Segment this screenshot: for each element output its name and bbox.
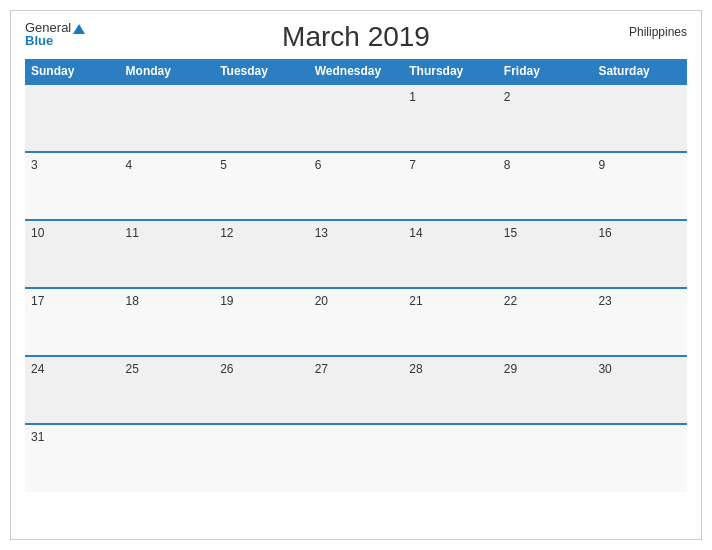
day-number: 26 — [220, 362, 233, 376]
day-number: 13 — [315, 226, 328, 240]
day-cell: 20 — [309, 288, 404, 356]
col-wednesday: Wednesday — [309, 59, 404, 84]
day-cell: 10 — [25, 220, 120, 288]
day-cell: 31 — [25, 424, 120, 492]
day-number: 14 — [409, 226, 422, 240]
week-row-2: 10111213141516 — [25, 220, 687, 288]
country-label: Philippines — [629, 25, 687, 39]
day-number: 9 — [598, 158, 605, 172]
day-cell: 17 — [25, 288, 120, 356]
day-cell — [403, 424, 498, 492]
day-cell: 29 — [498, 356, 593, 424]
day-cell — [309, 424, 404, 492]
col-friday: Friday — [498, 59, 593, 84]
day-number: 18 — [126, 294, 139, 308]
day-number: 11 — [126, 226, 139, 240]
day-number: 17 — [31, 294, 44, 308]
day-number: 3 — [31, 158, 38, 172]
day-cell: 1 — [403, 84, 498, 152]
day-number: 28 — [409, 362, 422, 376]
day-cell — [120, 424, 215, 492]
day-cell: 2 — [498, 84, 593, 152]
day-number: 20 — [315, 294, 328, 308]
col-saturday: Saturday — [592, 59, 687, 84]
logo-triangle-icon — [73, 24, 85, 34]
day-number: 27 — [315, 362, 328, 376]
day-cell — [120, 84, 215, 152]
day-cell — [592, 424, 687, 492]
day-cell: 13 — [309, 220, 404, 288]
day-cell — [214, 424, 309, 492]
day-cell — [214, 84, 309, 152]
logo: General Blue — [25, 21, 85, 47]
day-cell — [309, 84, 404, 152]
day-cell: 24 — [25, 356, 120, 424]
day-cell: 23 — [592, 288, 687, 356]
calendar-title: March 2019 — [282, 21, 430, 53]
day-cell — [498, 424, 593, 492]
weekday-header-row: Sunday Monday Tuesday Wednesday Thursday… — [25, 59, 687, 84]
day-number: 8 — [504, 158, 511, 172]
day-cell: 14 — [403, 220, 498, 288]
day-cell: 6 — [309, 152, 404, 220]
week-row-5: 31 — [25, 424, 687, 492]
calendar-grid: Sunday Monday Tuesday Wednesday Thursday… — [25, 59, 687, 492]
day-cell: 21 — [403, 288, 498, 356]
calendar-container: General Blue March 2019 Philippines Sund… — [10, 10, 702, 540]
day-number: 15 — [504, 226, 517, 240]
day-cell: 27 — [309, 356, 404, 424]
day-cell: 15 — [498, 220, 593, 288]
day-cell — [25, 84, 120, 152]
day-cell: 28 — [403, 356, 498, 424]
day-number: 2 — [504, 90, 511, 104]
day-number: 5 — [220, 158, 227, 172]
day-cell: 25 — [120, 356, 215, 424]
week-row-4: 24252627282930 — [25, 356, 687, 424]
col-thursday: Thursday — [403, 59, 498, 84]
header-row: General Blue March 2019 Philippines — [25, 21, 687, 53]
day-cell: 9 — [592, 152, 687, 220]
day-cell: 8 — [498, 152, 593, 220]
day-cell: 7 — [403, 152, 498, 220]
day-cell: 30 — [592, 356, 687, 424]
col-sunday: Sunday — [25, 59, 120, 84]
col-tuesday: Tuesday — [214, 59, 309, 84]
day-cell: 16 — [592, 220, 687, 288]
week-row-1: 3456789 — [25, 152, 687, 220]
day-cell: 19 — [214, 288, 309, 356]
day-number: 16 — [598, 226, 611, 240]
day-number: 25 — [126, 362, 139, 376]
day-cell: 11 — [120, 220, 215, 288]
day-number: 10 — [31, 226, 44, 240]
week-row-0: 12 — [25, 84, 687, 152]
day-number: 29 — [504, 362, 517, 376]
day-number: 21 — [409, 294, 422, 308]
day-cell: 22 — [498, 288, 593, 356]
day-number: 1 — [409, 90, 416, 104]
day-number: 22 — [504, 294, 517, 308]
day-number: 30 — [598, 362, 611, 376]
day-cell — [592, 84, 687, 152]
day-number: 4 — [126, 158, 133, 172]
day-number: 12 — [220, 226, 233, 240]
day-cell: 12 — [214, 220, 309, 288]
day-number: 31 — [31, 430, 44, 444]
col-monday: Monday — [120, 59, 215, 84]
day-number: 19 — [220, 294, 233, 308]
day-cell: 3 — [25, 152, 120, 220]
day-cell: 4 — [120, 152, 215, 220]
day-number: 23 — [598, 294, 611, 308]
logo-blue-text: Blue — [25, 34, 85, 47]
day-number: 6 — [315, 158, 322, 172]
day-number: 7 — [409, 158, 416, 172]
day-cell: 26 — [214, 356, 309, 424]
day-cell: 5 — [214, 152, 309, 220]
day-cell: 18 — [120, 288, 215, 356]
week-row-3: 17181920212223 — [25, 288, 687, 356]
day-number: 24 — [31, 362, 44, 376]
